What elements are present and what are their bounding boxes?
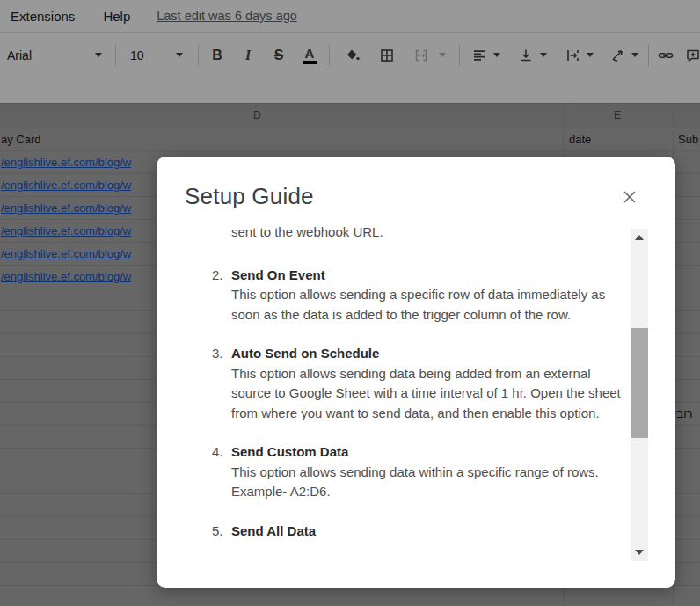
guide-item-1-partial: sent to the webhook URL. bbox=[212, 227, 627, 243]
sheets-app: Extensions Help Last edit was 6 days ago… bbox=[0, 0, 700, 606]
close-icon bbox=[623, 190, 637, 204]
guide-item-body: This option allows sending data being ad… bbox=[231, 364, 627, 424]
dialog-title: Setup Guide bbox=[185, 183, 314, 210]
scroll-down-button[interactable] bbox=[631, 544, 648, 561]
guide-item-2: 2. Send On Event This option allows send… bbox=[212, 266, 627, 325]
close-button[interactable] bbox=[619, 186, 640, 208]
guide-item-body: This option allows sending a specific ro… bbox=[231, 285, 627, 325]
guide-item-title: Send On Event bbox=[231, 266, 627, 286]
guide-item-title: Send Custom Data bbox=[231, 442, 627, 463]
scroll-up-icon bbox=[635, 235, 644, 240]
guide-item-3: 3. Auto Send on Schedule This option all… bbox=[212, 344, 627, 423]
scroll-up-button[interactable] bbox=[631, 229, 648, 246]
guide-item-5: 5. Send All Data bbox=[212, 522, 627, 542]
guide-item-body: This option allows sending data within a… bbox=[231, 463, 627, 502]
guide-item-4: 4. Send Custom Data This option allows s… bbox=[212, 442, 627, 502]
guide-item-body: sent to the webhook URL. bbox=[231, 227, 627, 243]
scrollbar-thumb[interactable] bbox=[631, 328, 648, 438]
setup-guide-dialog: Setup Guide sent to the webhook URL. 2. … bbox=[157, 157, 675, 588]
dialog-scrollbar[interactable] bbox=[631, 229, 648, 561]
guide-item-title: Auto Send on Schedule bbox=[231, 344, 627, 364]
guide-scroll-area[interactable]: sent to the webhook URL. 2. Send On Even… bbox=[212, 227, 627, 561]
guide-item-title: Send All Data bbox=[231, 522, 627, 542]
scroll-down-icon bbox=[635, 550, 644, 555]
